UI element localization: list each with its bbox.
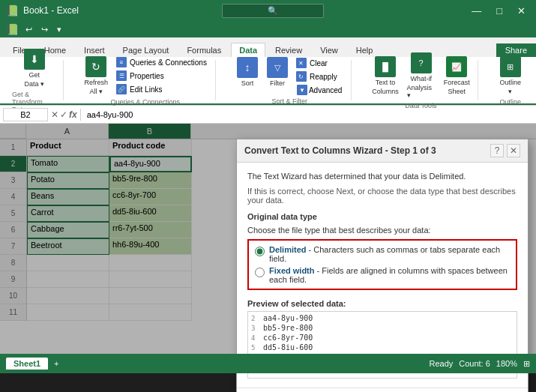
status-bar: Sheet1 + Ready Count: 6 180% ⊞ xyxy=(0,354,536,373)
delimited-label[interactable]: Delimited - Characters such as commas or… xyxy=(269,245,510,263)
forecast-label2: Sheet xyxy=(448,88,466,95)
fixed-width-radio[interactable] xyxy=(255,268,265,277)
ribbon: File Home Insert Page Layout Formulas Da… xyxy=(0,37,536,106)
sheet-tab[interactable]: Sheet1 xyxy=(6,358,48,370)
formula-input[interactable] xyxy=(84,109,533,121)
clear-btn[interactable]: ✕ Clear xyxy=(294,57,345,69)
queries-icon: ≡ xyxy=(116,57,127,67)
quick-access-dropdown[interactable]: ▾ xyxy=(55,24,64,35)
quick-access-toolbar: 📗 ↩ ↪ ▾ xyxy=(0,21,536,37)
whatif-btn[interactable]: ? What-if Analysis ▾ xyxy=(404,51,439,100)
whatif-icon: ? xyxy=(411,52,432,73)
reapply-btn[interactable]: ↻ Reapply xyxy=(294,70,345,82)
add-sheet-btn[interactable]: + xyxy=(54,359,58,368)
excel-icon: 📗 xyxy=(6,23,19,35)
refresh-label2: All ▾ xyxy=(90,88,103,95)
minimize-btn[interactable]: — xyxy=(467,4,486,18)
dialog-description2: If this is correct, choose Next, or choo… xyxy=(247,187,517,205)
fixed-width-label[interactable]: Fixed width - Fields are aligned in colu… xyxy=(269,266,510,284)
ribbon-content: ⬇ Get Data ▾ Get & Transform Data ↻ Refr… xyxy=(0,57,536,105)
cell-reference[interactable] xyxy=(3,108,48,121)
ribbon-group-data-tools: ▐▌ Text to Columns ? What-if Analysis ▾ … xyxy=(364,60,478,100)
sort-btn[interactable]: ↕ Sort xyxy=(234,55,261,88)
dialog-help-btn[interactable]: ? xyxy=(490,144,504,157)
dialog-controls: ? ✕ xyxy=(490,144,520,157)
undo-btn[interactable]: ↩ xyxy=(23,24,34,35)
main-area: A B 1 2 3 4 5 6 7 8 9 10 11 Product xyxy=(0,124,536,373)
sort-label: Sort xyxy=(241,79,254,87)
fx-icon: ✕ xyxy=(51,109,58,120)
forecast-icon: 📈 xyxy=(446,56,467,77)
sort-icon: ↕ xyxy=(237,57,258,78)
preview-label: Preview of selected data: xyxy=(247,299,517,308)
text-columns-label2: Columns xyxy=(372,88,399,95)
refresh-label: Refresh xyxy=(85,79,109,86)
count-status: Count: 6 xyxy=(459,359,490,368)
reapply-icon: ↻ xyxy=(296,71,307,82)
clear-label: Clear xyxy=(310,59,328,67)
dialog-title: Convert Text to Columns Wizard - Step 1 … xyxy=(244,145,436,156)
original-data-label: Original data type xyxy=(247,212,517,221)
ribbon-group-sort-filter: ↕ Sort ▽ Filter ✕ Clear ↻ Reapply xyxy=(228,60,352,100)
text-columns-label: Text to xyxy=(376,79,396,86)
zoom-level: 180% xyxy=(496,359,517,368)
preview-line-3: 4 cc6-8yr-700 xyxy=(250,333,515,343)
search-icon: 🔍 xyxy=(268,6,278,16)
choose-type-label: Choose the file type that best describes… xyxy=(247,226,517,235)
whatif-label2: Analysis ▾ xyxy=(407,84,436,99)
app-title: Book1 - Excel xyxy=(23,5,79,16)
redo-btn[interactable]: ↪ xyxy=(39,24,50,35)
properties-label: Properties xyxy=(130,72,164,80)
zoom-slider-icon[interactable]: ⊞ xyxy=(523,359,530,369)
file-type-radio-group: Delimited - Characters such as commas or… xyxy=(247,239,517,290)
queries-label: Queries & Connections xyxy=(130,58,207,67)
status-right: Ready Count: 6 180% ⊞ xyxy=(429,359,530,369)
filter-label: Filter xyxy=(270,79,285,87)
preview-line-num-4: 5 xyxy=(251,344,260,352)
advanced-filter-btn[interactable]: ▼ Advanced xyxy=(294,84,345,96)
get-data-icon: ⬇ xyxy=(24,49,45,70)
status-left: Sheet1 + xyxy=(6,358,59,370)
refresh-all-btn[interactable]: ↻ Refresh All ▾ xyxy=(82,55,112,97)
function-icon: fx xyxy=(69,109,77,120)
preview-line-data-1: aa4-8yu-900 xyxy=(263,314,313,322)
reapply-label: Reapply xyxy=(310,73,337,81)
preview-line-num-2: 3 xyxy=(251,325,260,332)
outline-icon: ⊞ xyxy=(500,56,521,77)
advanced-icon: ▼ xyxy=(297,85,307,95)
formula-icons: ✕ ✓ fx xyxy=(51,109,77,120)
ribbon-group-queries: ↻ Refresh All ▾ ≡ Queries & Connections … xyxy=(76,60,216,100)
outline-btn[interactable]: ⊞ Outline ▾ xyxy=(496,55,524,97)
group-label-outline: Outline xyxy=(499,98,521,106)
outline-label: Outline xyxy=(499,79,521,86)
properties-btn[interactable]: ☰ Properties xyxy=(114,70,209,82)
close-btn[interactable]: ✕ xyxy=(513,4,530,18)
queries-connections-group: ≡ Queries & Connections ☰ Properties 🔗 E… xyxy=(114,56,209,95)
edit-links-label: Edit Links xyxy=(130,85,162,94)
forecast-btn[interactable]: 📈 Forecast Sheet xyxy=(442,55,472,97)
queries-connections-btn[interactable]: ≡ Queries & Connections xyxy=(114,56,209,68)
edit-links-btn[interactable]: 🔗 Edit Links xyxy=(114,83,209,95)
text-columns-icon: ▐▌ xyxy=(375,56,396,77)
filter-options: ✕ Clear ↻ Reapply ▼ Advanced xyxy=(294,57,345,96)
preview-line-data-4: dd5-8iu-600 xyxy=(263,343,313,352)
maximize-btn[interactable]: □ xyxy=(492,4,507,18)
delimited-radio[interactable] xyxy=(255,247,265,256)
delimited-label-text: Delimited xyxy=(269,245,307,254)
group-label-sort-filter: Sort & Filter xyxy=(271,97,307,105)
clear-icon: ✕ xyxy=(296,58,307,68)
preview-line-1: 2 aa4-8yu-900 xyxy=(250,313,515,323)
filter-btn[interactable]: ▽ Filter xyxy=(264,55,291,88)
dialog-close-btn[interactable]: ✕ xyxy=(507,144,520,157)
preview-line-num-3: 4 xyxy=(251,334,260,342)
ribbon-group-outline: ⊞ Outline ▾ Outline xyxy=(490,60,530,100)
dialog-description: The Text Wizard has determined that your… xyxy=(247,172,517,181)
ribbon-group-get-data: ⬇ Get Data ▾ Get & Transform Data xyxy=(6,60,64,100)
get-data-btn[interactable]: ⬇ Get Data ▾ xyxy=(21,47,48,89)
forecast-label: Forecast xyxy=(444,79,470,86)
text-to-columns-btn[interactable]: ▐▌ Text to Columns xyxy=(370,55,400,97)
radio-option-delimited: Delimited - Characters such as commas or… xyxy=(255,245,510,263)
outline-arrow: ▾ xyxy=(508,88,512,95)
preview-line-2: 3 bb5-9re-800 xyxy=(250,323,515,333)
window-controls[interactable]: — □ ✕ xyxy=(467,4,530,18)
